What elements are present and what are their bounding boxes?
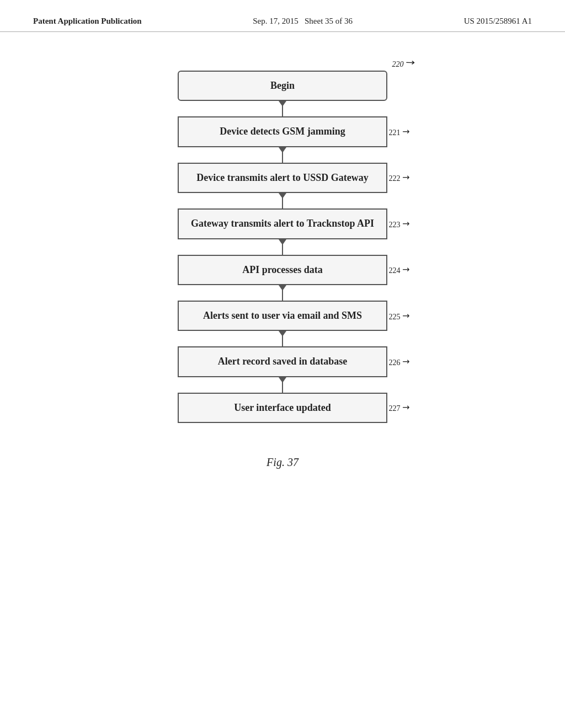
arrow-6 <box>282 377 283 393</box>
arrow-3 <box>282 239 283 255</box>
ref-223: 223 ↙ <box>389 218 410 229</box>
step-222-box: Device transmits alert to USSD Gateway <box>178 163 387 193</box>
ref-arrow-icon: ↙ <box>399 402 412 414</box>
step-221-box: Device detects GSM jamming <box>178 116 387 147</box>
begin-step-row: Begin 220 ↙ <box>122 71 443 101</box>
step-224-box: API processes data <box>178 255 387 285</box>
ref-221: 221 ↙ <box>389 127 410 137</box>
figure-label: Fig. 37 <box>266 456 299 469</box>
arrow-2 <box>282 193 283 208</box>
publication-title: Patent Application Publication <box>33 17 142 26</box>
ref-226: 226 ↙ <box>389 357 410 367</box>
ref-arrow-icon: ↙ <box>399 264 412 276</box>
step-225-box: Alerts sent to user via email and SMS <box>178 301 387 331</box>
step-224-row: API processes data 224 ↙ <box>122 255 443 285</box>
ref-224: 224 ↙ <box>389 265 410 275</box>
begin-arrow-icon: ↙ <box>404 56 418 71</box>
publication-number: US 2015/258961 A1 <box>464 17 532 26</box>
step-227-row: User interface updated 227 ↙ <box>122 393 443 423</box>
arrow-1 <box>282 147 283 163</box>
arrow-0 <box>282 101 283 116</box>
ref-225: 225 ↙ <box>389 311 410 321</box>
flowchart: Begin 220 ↙ Device detects GSM jamming 2… <box>122 71 443 423</box>
step-221-row: Device detects GSM jamming 221 ↙ <box>122 116 443 147</box>
step-223-row: Gateway transmits alert to Tracknstop AP… <box>122 208 443 239</box>
ref-222: 222 ↙ <box>389 173 410 183</box>
ref-arrow-icon: ↙ <box>399 309 412 322</box>
step-226-row: Alert record saved in database 226 ↙ <box>122 346 443 377</box>
step-222-row: Device transmits alert to USSD Gateway 2… <box>122 163 443 193</box>
ref-arrow-icon: ↙ <box>399 356 412 368</box>
step-223-box: Gateway transmits alert to Tracknstop AP… <box>178 208 387 239</box>
main-content: Begin 220 ↙ Device detects GSM jamming 2… <box>0 38 565 491</box>
ref-227: 227 ↙ <box>389 403 410 413</box>
publication-date: Sep. 17, 2015 Sheet 35 of 36 <box>253 17 353 26</box>
step-227-box: User interface updated <box>178 393 387 423</box>
ref-arrow-icon: ↙ <box>399 126 412 138</box>
page-header: Patent Application Publication Sep. 17, … <box>0 0 565 32</box>
ref-arrow-icon: ↙ <box>399 218 412 231</box>
step-226-box: Alert record saved in database <box>178 346 387 377</box>
arrow-5 <box>282 331 283 346</box>
begin-ref: 220 ↙ <box>392 57 415 69</box>
arrow-4 <box>282 285 283 301</box>
step-225-row: Alerts sent to user via email and SMS 22… <box>122 301 443 331</box>
begin-box: Begin <box>178 71 387 101</box>
ref-arrow-icon: ↙ <box>399 172 412 184</box>
